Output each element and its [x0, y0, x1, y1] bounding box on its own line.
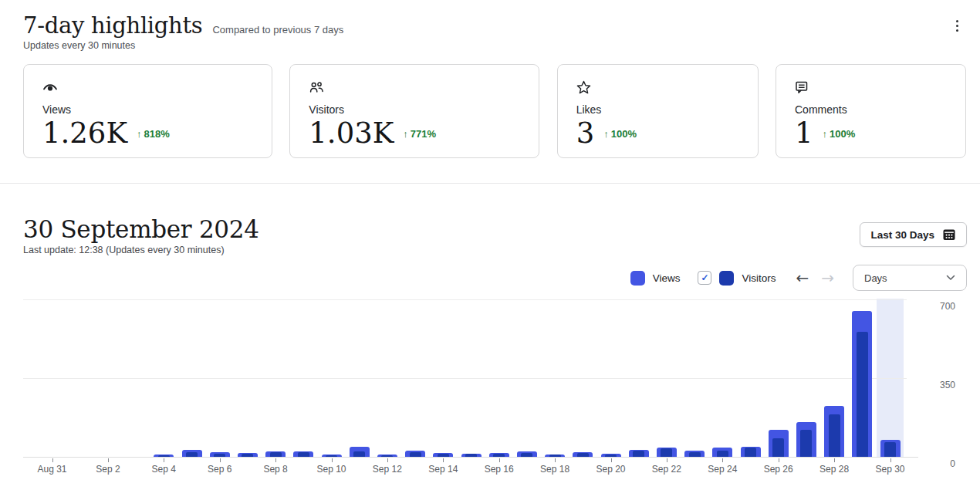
- visitors-bar[interactable]: [661, 448, 672, 457]
- visitors-bar[interactable]: [772, 438, 784, 457]
- gridline-700: [23, 299, 907, 300]
- legend-item-visitors[interactable]: ✓ Visitors: [698, 271, 776, 286]
- visitors-bar[interactable]: [381, 455, 393, 457]
- visitors-legend-label: Visitors: [742, 272, 776, 284]
- date-range-button[interactable]: Last 30 Days: [860, 222, 967, 247]
- visitors-bar[interactable]: [326, 455, 337, 457]
- visitors-bar[interactable]: [186, 452, 198, 457]
- up-arrow-icon: ↑: [403, 128, 408, 140]
- y-axis-label: 700: [924, 301, 955, 312]
- x-axis-label: Aug 31: [29, 464, 76, 475]
- x-axis-tick: [332, 458, 333, 462]
- visitors-bar[interactable]: [438, 454, 449, 457]
- update-note: Updates every 30 minutes: [23, 40, 957, 51]
- x-axis-tick: [164, 458, 164, 462]
- comments-card: Comments 1 ↑ 100%: [776, 64, 966, 158]
- visitors-bar[interactable]: [465, 454, 477, 457]
- card-label: Comments: [795, 103, 947, 116]
- comment-icon: [795, 79, 947, 95]
- highlights-title: 7-day highlights: [23, 12, 202, 39]
- kebab-menu-icon[interactable]: [951, 17, 962, 34]
- card-value: 1.26K: [42, 118, 127, 149]
- visitors-bar[interactable]: [717, 451, 728, 457]
- up-arrow-icon: ↑: [137, 128, 142, 140]
- daily-title: 30 September 2024: [23, 216, 259, 242]
- highlights-header: 7-day highlights Compared to previous 7 …: [0, 0, 980, 51]
- visitors-bar[interactable]: [633, 451, 644, 457]
- likes-card: Likes 3 ↑ 100%: [557, 64, 759, 158]
- visitors-bar[interactable]: [745, 448, 756, 457]
- visitors-bar[interactable]: [577, 453, 589, 457]
- daily-header: 30 September 2024 Last update: 12:38 (Up…: [0, 184, 980, 255]
- gridline-350: [23, 378, 907, 379]
- visitors-bar[interactable]: [549, 455, 561, 457]
- visitors-swatch: [719, 271, 734, 286]
- x-axis-label: Sep 20: [587, 464, 635, 475]
- visitors-bar[interactable]: [521, 453, 532, 457]
- card-value: 1.03K: [309, 118, 394, 149]
- visitors-bar[interactable]: [158, 455, 170, 457]
- compare-note: Compared to previous 7 days: [212, 24, 343, 35]
- chevron-down-icon: [946, 275, 955, 281]
- visitors-bar[interactable]: [353, 451, 365, 457]
- x-axis-tick: [834, 458, 835, 462]
- card-label: Likes: [576, 103, 739, 116]
- visitors-bar[interactable]: [829, 414, 840, 457]
- x-axis-label: Sep 2: [84, 464, 132, 475]
- x-axis-tick: [220, 458, 221, 462]
- visitors-bar[interactable]: [884, 442, 896, 457]
- x-axis-label: Sep 14: [419, 464, 467, 475]
- x-axis-tick: [52, 458, 53, 462]
- x-axis-label: Sep 30: [867, 464, 914, 475]
- visitors-bar[interactable]: [270, 452, 282, 457]
- calendar-icon: [942, 228, 956, 242]
- views-legend-label: Views: [653, 272, 681, 284]
- y-axis-label: 350: [924, 380, 955, 390]
- views-card: Views 1.26K ↑ 818%: [23, 64, 272, 158]
- visitors-bar[interactable]: [857, 332, 868, 457]
- eye-icon: [42, 79, 253, 95]
- visitors-card: Visitors 1.03K ↑ 771%: [289, 64, 539, 158]
- card-delta: ↑ 771%: [403, 128, 436, 140]
- x-axis-label: Sep 4: [140, 464, 188, 475]
- x-axis-tick: [499, 458, 500, 462]
- stat-cards-row: Views 1.26K ↑ 818% Visitors 1.03K ↑ 771%: [0, 64, 980, 158]
- x-axis-tick: [275, 458, 276, 462]
- visitors-bar[interactable]: [242, 454, 253, 457]
- x-axis-tick: [779, 458, 779, 462]
- visitors-bar[interactable]: [689, 452, 701, 457]
- x-axis-tick: [722, 458, 723, 462]
- x-axis-tick: [611, 458, 612, 462]
- x-axis-tick: [667, 458, 667, 462]
- interval-select[interactable]: Days: [853, 265, 967, 291]
- x-axis-label: Sep 18: [531, 464, 579, 475]
- visitors-checkbox[interactable]: ✓: [698, 271, 711, 285]
- up-arrow-icon: ↑: [603, 128, 609, 140]
- visitors-bar[interactable]: [800, 430, 812, 457]
- visitors-bar[interactable]: [605, 455, 617, 457]
- visitors-bar[interactable]: [493, 454, 505, 457]
- card-delta: ↑ 818%: [137, 128, 170, 140]
- bar-chart: 0350700Aug 31Sep 2Sep 4Sep 6Sep 8Sep 10S…: [0, 299, 980, 478]
- x-axis-label: Sep 24: [698, 464, 746, 475]
- x-axis-tick: [555, 458, 556, 462]
- visitors-bar[interactable]: [214, 454, 225, 457]
- x-axis-tick: [387, 458, 388, 462]
- x-axis-tick: [443, 458, 444, 462]
- card-delta: ↑ 100%: [603, 128, 637, 140]
- x-axis-label: Sep 8: [252, 464, 299, 475]
- x-axis-tick: [890, 458, 891, 462]
- prev-period-arrow-icon[interactable]: ←: [796, 270, 809, 286]
- gridline-0: [23, 457, 918, 458]
- checkmark-icon: ✓: [701, 272, 708, 283]
- up-arrow-icon: ↑: [823, 128, 828, 140]
- x-axis-tick: [108, 458, 109, 462]
- chart-controls: Views ✓ Visitors ← → Days: [0, 265, 980, 291]
- legend-item-views[interactable]: Views: [630, 271, 681, 286]
- visitors-bar[interactable]: [298, 452, 309, 457]
- x-axis-label: Sep 22: [643, 464, 691, 475]
- visitors-bar[interactable]: [410, 452, 421, 457]
- x-axis-label: Sep 28: [810, 464, 858, 475]
- x-axis-label: Sep 16: [475, 464, 523, 475]
- next-period-arrow-icon[interactable]: →: [821, 270, 834, 286]
